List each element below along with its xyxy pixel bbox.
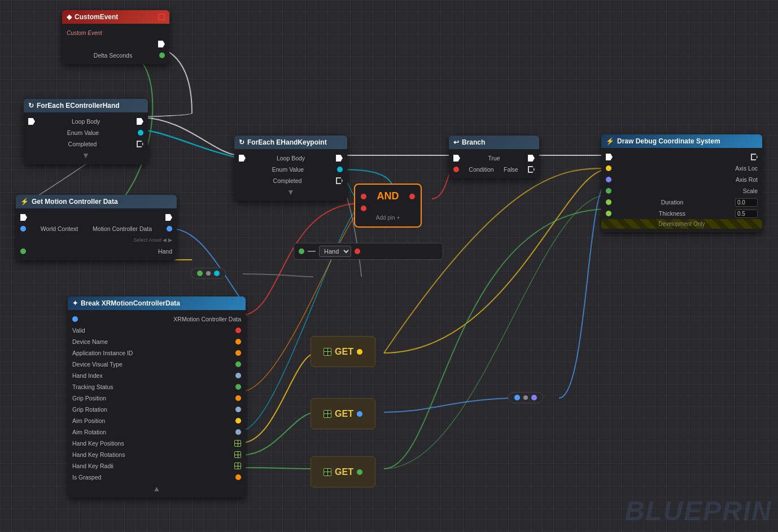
get-node-3: GET bbox=[311, 456, 375, 487]
exec-in[interactable] bbox=[453, 155, 460, 162]
axis-rot-pin[interactable] bbox=[606, 177, 611, 182]
refresh-icon: ↻ bbox=[239, 138, 244, 146]
func-icon: ⚡ bbox=[20, 198, 29, 206]
motion-data-pin[interactable] bbox=[167, 226, 172, 232]
ar-in[interactable] bbox=[514, 395, 520, 400]
delta-seconds-pin[interactable] bbox=[159, 53, 165, 58]
enum-val-pin[interactable] bbox=[337, 167, 343, 172]
get-motion-body: World Context Motion Controller Data Sel… bbox=[16, 208, 177, 260]
hand-key-pos-pin[interactable] bbox=[234, 440, 241, 447]
exec-out-pin[interactable] bbox=[158, 41, 165, 47]
hand-index-pin[interactable] bbox=[235, 373, 241, 378]
loop-body-pin[interactable] bbox=[137, 118, 143, 125]
get3-in-pin[interactable] bbox=[324, 468, 331, 476]
exec-out[interactable] bbox=[165, 214, 172, 221]
mc-out[interactable] bbox=[214, 271, 220, 276]
valid-pin[interactable] bbox=[235, 328, 241, 333]
blueprint-watermark: BLUEPRIN bbox=[625, 495, 772, 526]
ar-out[interactable] bbox=[531, 395, 537, 400]
draw-debug-body: Axis Loc Axis Rot Scale Duration Thickne… bbox=[601, 148, 762, 232]
close-icon[interactable] bbox=[158, 14, 165, 20]
foreach-keypoint-header: ↻ ForEach EHandKeypoint bbox=[234, 136, 347, 149]
exec-in[interactable] bbox=[606, 154, 613, 160]
scale-pin[interactable] bbox=[606, 188, 611, 194]
duration-pin[interactable] bbox=[606, 199, 611, 205]
hand-pin[interactable] bbox=[20, 248, 26, 254]
node-title: ForEach EControllerHand bbox=[37, 102, 120, 110]
diamond-icon: ◆ bbox=[67, 13, 72, 21]
xr-in-pin[interactable] bbox=[72, 316, 78, 322]
thickness-pin[interactable] bbox=[606, 211, 611, 216]
hand-select[interactable]: Hand bbox=[319, 246, 351, 257]
visual-type-pin[interactable] bbox=[235, 361, 241, 367]
get1-out-pin[interactable] bbox=[357, 349, 362, 355]
aim-pos-pin[interactable] bbox=[235, 418, 241, 424]
world-context-pin[interactable] bbox=[20, 226, 26, 232]
and-in2[interactable] bbox=[361, 206, 366, 211]
app-id-pin[interactable] bbox=[235, 350, 241, 356]
get3-label: GET bbox=[335, 467, 353, 477]
loop-body-out[interactable] bbox=[336, 155, 343, 162]
get-node-2: GET bbox=[311, 398, 375, 429]
get2-label: GET bbox=[335, 409, 353, 419]
break-xr-body: XRMotion Controller Data Valid Device Na… bbox=[68, 310, 246, 498]
line bbox=[308, 251, 316, 252]
hand-key-rad-pin[interactable] bbox=[234, 463, 241, 469]
node-title: Break XRMotionControllerData bbox=[81, 299, 180, 307]
refresh-icon: ↻ bbox=[28, 102, 34, 110]
branch-body: True Condition False bbox=[449, 149, 539, 178]
condition-pin[interactable] bbox=[453, 167, 459, 172]
get1-in-pin[interactable] bbox=[324, 348, 331, 356]
get-motion-controller-node: ⚡ Get Motion Controller Data World Conte… bbox=[16, 195, 177, 260]
hand-key-rot-pin[interactable] bbox=[234, 451, 241, 458]
get1-label: GET bbox=[335, 347, 353, 357]
exec-in-pin[interactable] bbox=[28, 118, 35, 125]
and-node: AND Add pin + bbox=[354, 184, 422, 228]
hand-out-pin[interactable] bbox=[355, 248, 360, 254]
completed-pin[interactable] bbox=[137, 141, 143, 147]
node-title: CustomEvent bbox=[75, 13, 118, 21]
false-pin[interactable] bbox=[528, 166, 535, 173]
and-in1[interactable] bbox=[361, 194, 366, 199]
mini-connector-node bbox=[191, 268, 226, 279]
thickness-input[interactable] bbox=[735, 210, 758, 218]
foreach-keypoint-node: ↻ ForEach EHandKeypoint Loop Body Enum V… bbox=[234, 136, 347, 201]
get-node-1: GET bbox=[311, 336, 375, 367]
expand-icon[interactable]: ▲ bbox=[153, 484, 161, 493]
branch-icon: ↩ bbox=[453, 138, 459, 146]
grip-pos-pin[interactable] bbox=[235, 395, 241, 401]
and-addpin[interactable]: Add pin + bbox=[361, 215, 415, 221]
node-title: Draw Debug Coordinate System bbox=[617, 137, 720, 145]
enum-value-pin[interactable] bbox=[138, 130, 143, 136]
duration-input[interactable] bbox=[735, 198, 758, 207]
foreach-controller-body: Loop Body Enum Value Completed ▼ bbox=[24, 112, 148, 164]
expand-icon[interactable]: ▼ bbox=[287, 187, 295, 197]
break-xr-header: ✦ Break XRMotionControllerData bbox=[68, 296, 246, 310]
and-label: AND bbox=[377, 190, 399, 202]
get3-out-pin[interactable] bbox=[357, 469, 362, 475]
func-icon: ⚡ bbox=[606, 137, 614, 145]
exec-in[interactable] bbox=[239, 155, 246, 162]
axis-loc-pin[interactable] bbox=[606, 165, 611, 171]
ar-mid bbox=[523, 395, 528, 400]
aim-rot-pin[interactable] bbox=[235, 429, 241, 435]
true-pin[interactable] bbox=[528, 155, 535, 162]
get2-in-pin[interactable] bbox=[324, 410, 331, 418]
tracking-pin[interactable] bbox=[235, 384, 241, 390]
exec-in[interactable] bbox=[20, 214, 27, 221]
exec-out[interactable] bbox=[751, 154, 758, 160]
node-title: Get Motion Controller Data bbox=[32, 198, 118, 206]
completed-pin[interactable] bbox=[336, 177, 343, 184]
grip-rot-pin[interactable] bbox=[235, 407, 241, 412]
get2-out-pin[interactable] bbox=[357, 411, 362, 417]
mc-in[interactable] bbox=[197, 271, 203, 276]
custom-event-body: Custom Event Delta Seconds bbox=[62, 24, 169, 64]
hand-in-pin[interactable] bbox=[299, 248, 304, 254]
device-name-pin[interactable] bbox=[235, 339, 241, 345]
draw-debug-node: ⚡ Draw Debug Coordinate System Axis Loc … bbox=[601, 134, 762, 232]
node-title: Branch bbox=[462, 138, 485, 146]
expand-icon[interactable]: ▼ bbox=[82, 151, 90, 160]
is-grasped-pin[interactable] bbox=[235, 474, 241, 480]
and-out[interactable] bbox=[409, 194, 415, 199]
node-subtitle: Custom Event bbox=[67, 30, 102, 36]
